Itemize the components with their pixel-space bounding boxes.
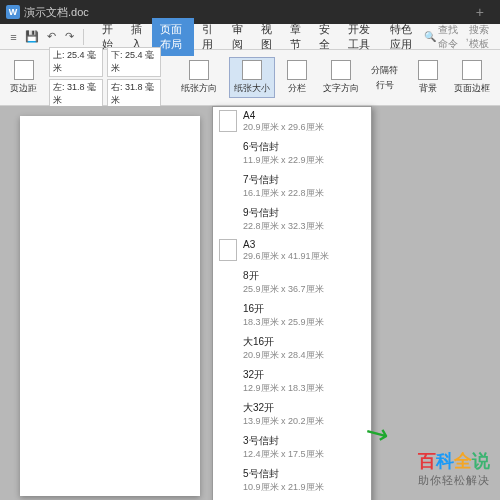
paper-size-option[interactable]: 7号信封16.1厘米 x 22.8厘米 [213, 170, 371, 203]
background-icon [418, 60, 438, 80]
option-dimensions: 10.9厘米 x 21.9厘米 [243, 481, 324, 494]
option-dimensions: 12.9厘米 x 18.3厘米 [243, 382, 324, 395]
option-dimensions: 12.4厘米 x 17.5厘米 [243, 448, 324, 461]
paper-size-option[interactable]: 大16开20.9厘米 x 28.4厘米 [213, 332, 371, 365]
undo-icon[interactable]: ↶ [44, 27, 59, 47]
paper-size-option[interactable]: 3号信封12.4厘米 x 17.5厘米 [213, 431, 371, 464]
watermark-subtitle: 助你轻松解决 [418, 473, 490, 488]
save-icon[interactable]: 💾 [25, 27, 40, 47]
option-dimensions: 18.3厘米 x 25.9厘米 [243, 316, 324, 329]
option-title: 16开 [243, 302, 324, 316]
text-direction-button[interactable]: 文字方向 [319, 58, 363, 97]
margin-left-input[interactable]: 左: 31.8 毫米 [49, 79, 103, 109]
option-title: 3号信封 [243, 434, 324, 448]
paper-size-option[interactable]: 9号信封22.8厘米 x 32.3厘米 [213, 203, 371, 236]
tab-dev[interactable]: 开发工具 [340, 18, 382, 56]
paper-size-option[interactable]: 32开12.9厘米 x 18.3厘米 [213, 365, 371, 398]
search-label: 查找命令 [438, 23, 465, 51]
background-button[interactable]: 背景 [414, 58, 442, 97]
option-title: 8开 [243, 269, 324, 283]
option-dimensions: 13.9厘米 x 20.2厘米 [243, 415, 324, 428]
paper-size-option[interactable]: 大32开13.9厘米 x 20.2厘米 [213, 398, 371, 431]
option-title: A3 [243, 239, 329, 250]
search-placeholder: 搜索模板 [469, 23, 496, 51]
option-title: A4 [243, 110, 324, 121]
option-dimensions: 20.9厘米 x 29.6厘米 [243, 121, 324, 134]
option-title: 9号信封 [243, 206, 324, 220]
app-menu-icon[interactable]: ≡ [6, 27, 21, 47]
document-page[interactable] [20, 116, 200, 496]
margin-inputs: 上: 25.4 毫米 下: 25.4 毫米 左: 31.8 毫米 右: 31.8… [49, 47, 161, 109]
paper-size-option[interactable]: 8开25.9厘米 x 36.7厘米 [213, 266, 371, 299]
margin-right-input[interactable]: 右: 31.8 毫米 [107, 79, 161, 109]
option-dimensions: 11.9厘米 x 22.9厘米 [243, 154, 324, 167]
option-dimensions: 25.9厘米 x 36.7厘米 [243, 283, 324, 296]
watermark: 百科全说 助你轻松解决 [418, 449, 490, 488]
doc-icon [6, 5, 20, 19]
tab-ref[interactable]: 引用 [194, 18, 223, 56]
paper-thumb-icon [219, 239, 237, 261]
paper-size-dropdown: A420.9厘米 x 29.6厘米6号信封11.9厘米 x 22.9厘米7号信封… [212, 106, 372, 500]
margins-button[interactable]: 页边距 [6, 58, 41, 97]
border-button[interactable]: 页面边框 [450, 58, 494, 97]
margin-bottom-input[interactable]: 下: 25.4 毫米 [107, 47, 161, 77]
watermark-title: 百科全说 [418, 449, 490, 473]
redo-icon[interactable]: ↷ [62, 27, 77, 47]
border-icon [462, 60, 482, 80]
line-group: 分隔符 行号 [371, 64, 398, 92]
search-icon: 🔍 [424, 31, 436, 42]
columns-button[interactable]: 分栏 [283, 58, 311, 97]
paper-thumb-icon [219, 110, 237, 132]
option-dimensions: 22.8厘米 x 32.3厘米 [243, 220, 324, 233]
orientation-button[interactable]: 纸张方向 [177, 58, 221, 97]
ribbon: 页边距 上: 25.4 毫米 下: 25.4 毫米 左: 31.8 毫米 右: … [0, 50, 500, 106]
option-dimensions: 16.1厘米 x 22.8厘米 [243, 187, 324, 200]
option-title: 32开 [243, 368, 324, 382]
option-dimensions: 29.6厘米 x 41.91厘米 [243, 250, 329, 263]
tab-section[interactable]: 章节 [282, 18, 311, 56]
option-title: 大16开 [243, 335, 324, 349]
paper-size-icon [242, 60, 262, 80]
paper-size-button[interactable]: 纸张大小 [229, 57, 275, 98]
option-dimensions: 20.9厘米 x 28.4厘米 [243, 349, 324, 362]
text-direction-icon [331, 60, 351, 80]
paper-size-option[interactable]: A420.9厘米 x 29.6厘米 [213, 107, 371, 137]
tab-view[interactable]: 视图 [253, 18, 282, 56]
tab-review[interactable]: 审阅 [224, 18, 253, 56]
search-box[interactable]: 🔍 查找命令, 搜索模板 [424, 23, 496, 51]
new-tab-button[interactable]: + [466, 4, 494, 20]
paper-size-option[interactable]: 6号信封11.9厘米 x 22.9厘米 [213, 137, 371, 170]
option-title: 大32开 [243, 401, 324, 415]
tab-security[interactable]: 安全 [311, 18, 340, 56]
paper-size-option[interactable]: 16开18.3厘米 x 25.9厘米 [213, 299, 371, 332]
option-title: 6号信封 [243, 140, 324, 154]
option-title: 7号信封 [243, 173, 324, 187]
orientation-icon [189, 60, 209, 80]
tab-special[interactable]: 特色应用 [382, 18, 424, 56]
separator [83, 29, 84, 45]
option-title: 5号信封 [243, 467, 324, 481]
margins-icon [14, 60, 34, 80]
paper-size-option[interactable]: 5号信封10.9厘米 x 21.9厘米 [213, 464, 371, 497]
paper-size-option[interactable]: A329.6厘米 x 41.91厘米 [213, 236, 371, 266]
margin-top-input[interactable]: 上: 25.4 毫米 [49, 47, 103, 77]
columns-icon [287, 60, 307, 80]
